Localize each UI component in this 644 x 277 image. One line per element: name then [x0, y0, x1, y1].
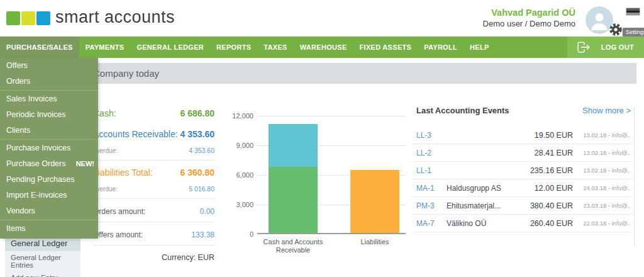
menu-divider [0, 220, 98, 220]
menu-item-label: Offers [6, 58, 28, 74]
new-badge: NEW! [76, 156, 94, 172]
offers-amount-value: 133.38 [191, 230, 214, 239]
event-amount: 12.00 EUR [513, 184, 573, 193]
divider [93, 222, 214, 222]
menu-item-purchase-invoices[interactable]: Purchase Invoices [0, 140, 98, 156]
nav-item-general-ledger[interactable]: GENERAL LEDGER [130, 37, 210, 58]
sidebar-item-add-new-entry[interactable]: Add new Entry [5, 271, 80, 277]
event-amount: 19.50 EUR [513, 131, 573, 140]
company-name[interactable]: Vahvad Pagarid OÜ [483, 7, 575, 18]
nav-item-taxes[interactable]: TAXES [257, 37, 293, 58]
page-title-bar: Company today [88, 63, 636, 84]
logout-area[interactable]: LOG OUT [567, 37, 644, 58]
chart-ytick-label: 6,000 [236, 171, 253, 179]
event-meta: 22.03.18 - info@.. [573, 220, 631, 227]
user-name: Demo user / Demo Demo [483, 18, 575, 29]
menu-item-sales-invoices[interactable]: Sales Invoices [0, 91, 98, 107]
top-header: smart accounts Vahvad Pagarid OÜ Demo us… [0, 0, 644, 37]
menu-item-import-e-invoices[interactable]: Import E-invoices [0, 188, 98, 203]
overdue-value: 4 353.60 [189, 147, 214, 154]
chart-y-axis: 03,0006,0009,00012,000 [230, 116, 253, 234]
main-navbar: PURCHASE/SALESPAYMENTSGENERAL LEDGERREPO… [0, 37, 644, 58]
menu-divider [0, 139, 98, 140]
event-row: LL-228.41 EUR13.02.18 - info@.. [412, 144, 632, 162]
event-doc-link[interactable]: MA-1 [416, 184, 447, 193]
gear-icon [609, 23, 623, 37]
page-title: Company today [88, 63, 636, 84]
event-amount: 380.40 EUR [513, 201, 573, 210]
menu-item-periodic-invoices[interactable]: Periodic Invoices [0, 107, 98, 123]
menu-item-offers[interactable]: Offers [0, 58, 98, 74]
logo-square-green-icon [6, 11, 20, 25]
menu-item-label: Vendors [6, 203, 35, 219]
event-doc-link[interactable]: MA-7 [416, 219, 447, 228]
nav-item-reports[interactable]: REPORTS [210, 37, 257, 58]
event-meta: 24.03.18 - info@.. [573, 184, 631, 191]
chart-bar-liabilities [350, 170, 399, 233]
events-scrollbar [634, 107, 635, 246]
menu-item-pending-purchases[interactable]: Pending Purchases [0, 172, 98, 188]
chart-ytick-label: 9,000 [236, 142, 253, 149]
nav-item-purchase-sales[interactable]: PURCHASE/SALES [0, 37, 79, 58]
app-logo: smart accounts [6, 9, 175, 27]
cash-row: Cash: 6 686.80 [88, 108, 214, 118]
nav-item-payroll[interactable]: PAYROLL [418, 37, 464, 58]
left-sidebar: General LedgerGeneral Ledger EntriesAdd … [5, 236, 80, 277]
orders-amount-row: Orders amount: 0.00 [88, 207, 214, 216]
settings-button[interactable] [609, 23, 623, 37]
chart-segment-liabilities [350, 170, 399, 233]
event-doc-link[interactable]: LL-1 [416, 166, 447, 175]
app-screen: smart accounts Vahvad Pagarid OÜ Demo us… [0, 0, 644, 277]
nav-item-warehouse[interactable]: WAREHOUSE [294, 37, 353, 58]
nav-item-payments[interactable]: PAYMENTS [79, 37, 131, 58]
menu-item-vendors[interactable]: Vendors [0, 203, 98, 219]
event-meta: 23.03.18 - info@.. [573, 202, 631, 209]
event-doc-link[interactable]: LL-3 [416, 131, 447, 140]
show-more-link[interactable]: Show more > [582, 106, 631, 115]
chart-xtick-label: Cash and Accounts Receivable [252, 238, 334, 254]
nav-items: PURCHASE/SALESPAYMENTSGENERAL LEDGERREPO… [0, 37, 496, 58]
logo-square-yellow-icon [21, 11, 35, 25]
currency-label: Currency: EUR [88, 253, 214, 262]
menu-item-orders[interactable]: Orders [0, 74, 98, 89]
events-title: Last Accounting Events [416, 106, 509, 115]
menu-item-label: Clients [6, 123, 30, 138]
nav-item-fixed-assets[interactable]: FIXED ASSETS [353, 37, 418, 58]
menu-item-label: Items [6, 221, 26, 237]
event-name: Ehitusmaterjal... [447, 201, 513, 210]
menu-item-items[interactable]: Items [0, 221, 98, 237]
nav-item-help[interactable]: HELP [464, 37, 496, 58]
chart-plot-area [257, 116, 406, 234]
event-doc-link[interactable]: LL-2 [416, 149, 447, 157]
event-row: LL-1235.16 EUR13.02.18 - info@.. [412, 162, 632, 179]
chart-segment-cash [269, 167, 318, 233]
event-amount: 235.16 EUR [513, 166, 573, 175]
chart-xtick-label: Liabilities [334, 238, 416, 246]
menu-item-purchase-orders[interactable]: Purchase OrdersNEW! [0, 156, 98, 172]
event-name: Haldusgrupp AS [447, 184, 513, 193]
divider [93, 245, 214, 246]
event-amount: 28.41 EUR [513, 149, 573, 157]
orders-amount-value: 0.00 [200, 207, 214, 216]
receivable-overdue-row: overdue: 4 353.60 [88, 147, 214, 154]
chart-ytick-label: 0 [250, 230, 253, 238]
overdue-value: 5 016.80 [189, 185, 214, 193]
summary-panel: Cash: 6 686.80 Accounts Receivable: 4 35… [88, 101, 214, 262]
event-doc-link[interactable]: PM-3 [416, 201, 447, 210]
events-header: Last Accounting Events Show more > [412, 106, 632, 122]
event-meta: 13.02.18 - info@.. [573, 167, 631, 174]
logo-text: smart accounts [55, 8, 175, 27]
menu-item-clients[interactable]: Clients [0, 123, 98, 138]
menu-divider [0, 90, 98, 91]
divider [93, 198, 214, 199]
orders-amount-label: Orders amount: [93, 207, 145, 216]
logout-icon [576, 41, 591, 54]
logout-button[interactable]: LOG OUT [601, 43, 634, 51]
sidebar-item-general-ledger-entries[interactable]: General Ledger Entries [5, 251, 80, 271]
chart-gridline [257, 116, 406, 116]
menu-item-label: Periodic Invoices [6, 107, 66, 123]
chart-bar-cash-and-accounts-receivable [269, 124, 318, 233]
language-flag-icon[interactable] [626, 8, 640, 16]
menu-item-label: Purchase Orders [6, 156, 65, 172]
offers-amount-row: Offers amount: 133.38 [88, 230, 214, 239]
